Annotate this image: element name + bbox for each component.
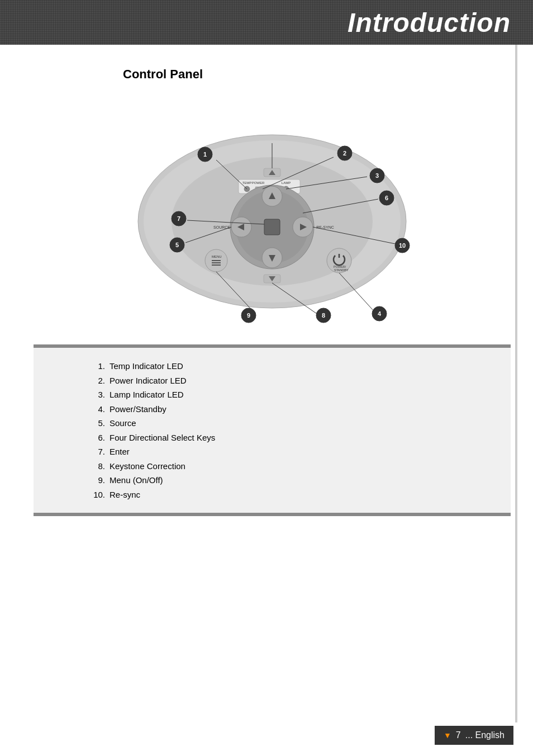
legend-label: Lamp Indicator LED xyxy=(110,388,184,402)
svg-text:STANDBY: STANDBY xyxy=(334,268,349,272)
legend-label: Menu (On/Off) xyxy=(110,473,163,488)
legend-item: 9.Menu (On/Off) xyxy=(89,473,494,488)
header: Introduction xyxy=(0,0,533,45)
control-panel-svg: POWER LAMP TEMP xyxy=(82,98,462,333)
legend-item: 10.Re-sync xyxy=(89,488,494,502)
svg-rect-20 xyxy=(264,219,280,235)
legend-item: 6.Four Directional Select Keys xyxy=(89,431,494,445)
legend-item: 5.Source xyxy=(89,416,494,431)
legend-num: 7. xyxy=(89,445,105,459)
legend-label: Four Directional Select Keys xyxy=(110,431,215,445)
svg-text:POWER: POWER xyxy=(252,181,265,185)
svg-text:7: 7 xyxy=(177,215,180,222)
section-title: Control Panel xyxy=(123,67,499,82)
legend-label: Power/Standby xyxy=(110,402,166,417)
control-panel-diagram: POWER LAMP TEMP xyxy=(45,98,499,333)
legend-label: Enter xyxy=(110,445,130,459)
svg-text:9: 9 xyxy=(247,312,250,319)
svg-rect-26 xyxy=(212,262,221,263)
main-content: Control Panel POWER LAMP TEMP xyxy=(0,45,533,538)
svg-text:6: 6 xyxy=(385,195,388,201)
legend-bar-bottom xyxy=(34,513,511,516)
legend-label: Keystone Correction xyxy=(110,459,185,474)
legend-label: Re-sync xyxy=(110,488,140,502)
svg-text:4: 4 xyxy=(378,310,382,317)
nav-arrow-icon: ▼ xyxy=(444,731,451,740)
legend-num: 4. xyxy=(89,402,105,417)
svg-text:SOURCE: SOURCE xyxy=(213,225,230,229)
legend-item: 1.Temp Indicator LED xyxy=(89,359,494,374)
legend-num: 5. xyxy=(89,416,105,431)
svg-text:MENU: MENU xyxy=(212,255,222,258)
legend-num: 6. xyxy=(89,431,105,445)
page-title: Introduction xyxy=(348,7,511,38)
legend-item: 2.Power Indicator LED xyxy=(89,374,494,388)
legend-item: 8.Keystone Correction xyxy=(89,459,494,474)
legend-item: 7.Enter xyxy=(89,445,494,459)
legend-num: 1. xyxy=(89,359,105,374)
legend-label: Source xyxy=(110,416,136,431)
svg-text:5: 5 xyxy=(175,242,179,248)
legend-list: 1.Temp Indicator LED2.Power Indicator LE… xyxy=(89,359,494,502)
legend-item: 3.Lamp Indicator LED xyxy=(89,388,494,402)
legend-num: 10. xyxy=(89,488,105,502)
page-number: 7 xyxy=(456,730,461,740)
svg-text:10: 10 xyxy=(399,242,406,249)
legend-label: Power Indicator LED xyxy=(110,374,187,388)
svg-rect-27 xyxy=(212,264,221,266)
legend-label: Temp Indicator LED xyxy=(110,359,183,374)
legend-num: 3. xyxy=(89,388,105,402)
legend-num: 2. xyxy=(89,374,105,388)
legend-num: 9. xyxy=(89,473,105,488)
svg-text:LAMP: LAMP xyxy=(282,181,291,185)
svg-text:1: 1 xyxy=(203,151,207,158)
svg-text:3: 3 xyxy=(375,172,379,179)
svg-text:8: 8 xyxy=(322,312,325,319)
legend-num: 8. xyxy=(89,459,105,474)
bottom-nav: ▼ 7 ... English xyxy=(435,726,513,745)
language-label: ... English xyxy=(465,730,505,740)
svg-text:RE-SYNC: RE-SYNC xyxy=(316,225,334,229)
svg-text:TEMP: TEMP xyxy=(242,181,252,185)
svg-text:2: 2 xyxy=(343,150,346,157)
legend-item: 4.Power/Standby xyxy=(89,402,494,417)
svg-rect-25 xyxy=(212,260,221,261)
legend-content: 1.Temp Indicator LED2.Power Indicator LE… xyxy=(34,348,511,513)
